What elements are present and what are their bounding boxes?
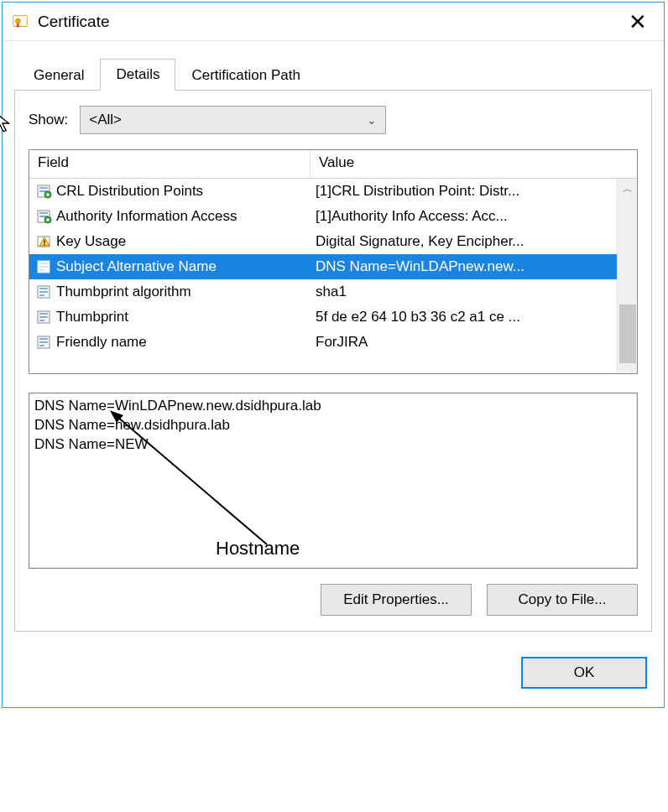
list-row[interactable]: Thumbprint algorithmsha1 bbox=[29, 279, 637, 304]
tab-strip: General Details Certification Path bbox=[3, 41, 664, 90]
copy-to-file-button[interactable]: Copy to File... bbox=[487, 584, 638, 616]
field-name: Friendly name bbox=[56, 334, 311, 351]
list-row[interactable]: Key UsageDigital Signature, Key Encipher… bbox=[29, 229, 637, 254]
svg-rect-19 bbox=[39, 291, 48, 293]
certificate-dialog: Certificate ✕ General Details Certificat… bbox=[2, 2, 665, 708]
svg-rect-14 bbox=[39, 263, 48, 264]
show-combobox[interactable]: <All> ⌄ bbox=[80, 106, 386, 134]
svg-rect-28 bbox=[39, 345, 44, 346]
close-button[interactable]: ✕ bbox=[620, 8, 655, 36]
ok-button[interactable]: OK bbox=[521, 657, 647, 689]
annotation-label: Hostname bbox=[216, 536, 300, 561]
tab-certification-path[interactable]: Certification Path bbox=[175, 60, 316, 91]
field-icon bbox=[33, 310, 56, 325]
svg-rect-27 bbox=[39, 341, 48, 343]
window-title: Certificate bbox=[38, 13, 620, 31]
scrollbar[interactable]: ︿ ﹀ bbox=[617, 179, 637, 373]
fields-list[interactable]: Field Value CRL Distribution Points[1]CR… bbox=[29, 149, 638, 374]
scroll-up-icon[interactable]: ︿ bbox=[618, 179, 637, 199]
field-value: [1]CRL Distribution Point: Distr... bbox=[311, 183, 617, 200]
tab-general[interactable]: General bbox=[18, 60, 100, 91]
svg-rect-23 bbox=[39, 316, 48, 318]
svg-rect-7 bbox=[39, 212, 48, 214]
field-name: Subject Alternative Name bbox=[56, 258, 311, 275]
mouse-cursor-icon bbox=[0, 112, 13, 135]
list-row[interactable]: Subject Alternative NameDNS Name=WinLDAP… bbox=[29, 254, 637, 279]
field-name: CRL Distribution Points bbox=[56, 183, 311, 200]
field-name: Key Usage bbox=[56, 233, 311, 250]
scroll-thumb[interactable] bbox=[619, 304, 636, 363]
field-icon bbox=[33, 184, 56, 199]
show-label: Show: bbox=[29, 112, 68, 128]
titlebar: Certificate ✕ bbox=[3, 3, 664, 41]
field-icon bbox=[33, 259, 56, 274]
edit-properties-button[interactable]: Edit Properties... bbox=[321, 584, 472, 616]
show-value: <All> bbox=[89, 112, 122, 128]
field-value: Digital Signature, Key Encipher... bbox=[311, 233, 617, 250]
svg-rect-12 bbox=[44, 244, 45, 246]
list-row[interactable]: CRL Distribution Points[1]CRL Distributi… bbox=[29, 179, 637, 204]
svg-rect-16 bbox=[39, 269, 44, 271]
tab-details[interactable]: Details bbox=[100, 59, 175, 91]
detail-lines: DNS Name=WinLDAPnew.new.dsidhpura.lab DN… bbox=[34, 397, 632, 455]
field-name: Thumbprint algorithm bbox=[56, 284, 311, 300]
list-row[interactable]: Authority Information Access[1]Authority… bbox=[29, 204, 637, 229]
field-value: 5f de e2 64 10 b3 36 c2 a1 ce ... bbox=[311, 309, 617, 325]
field-icon bbox=[33, 284, 56, 299]
certificate-icon bbox=[11, 12, 31, 32]
column-field[interactable]: Field bbox=[29, 150, 311, 178]
svg-rect-24 bbox=[39, 320, 44, 321]
field-name: Authority Information Access bbox=[56, 208, 311, 225]
list-row[interactable]: Thumbprint5f de e2 64 10 b3 36 c2 a1 ce … bbox=[29, 304, 637, 330]
field-name: Thumbprint bbox=[56, 309, 311, 325]
field-value: DNS Name=WinLDAPnew.new... bbox=[311, 258, 617, 275]
svg-rect-3 bbox=[39, 187, 48, 189]
svg-rect-11 bbox=[44, 240, 45, 243]
list-header: Field Value bbox=[29, 150, 637, 179]
svg-rect-20 bbox=[39, 294, 44, 296]
svg-point-1 bbox=[16, 18, 20, 23]
column-value[interactable]: Value bbox=[311, 150, 637, 178]
detail-text[interactable]: DNS Name=WinLDAPnew.new.dsidhpura.lab DN… bbox=[29, 393, 638, 569]
chevron-down-icon: ⌄ bbox=[367, 113, 377, 127]
svg-rect-15 bbox=[39, 266, 48, 268]
field-value: sha1 bbox=[311, 284, 617, 300]
svg-rect-26 bbox=[39, 338, 48, 340]
svg-rect-18 bbox=[39, 288, 48, 289]
field-value: ForJIRA bbox=[311, 334, 617, 351]
field-icon bbox=[33, 234, 56, 249]
field-value: [1]Authority Info Access: Acc... bbox=[311, 208, 617, 225]
field-icon bbox=[33, 335, 56, 350]
svg-rect-22 bbox=[39, 313, 48, 315]
field-icon bbox=[33, 209, 56, 224]
list-row[interactable]: Friendly nameForJIRA bbox=[29, 330, 637, 355]
details-panel: Show: <All> ⌄ Field Value CRL Distributi… bbox=[14, 90, 652, 632]
